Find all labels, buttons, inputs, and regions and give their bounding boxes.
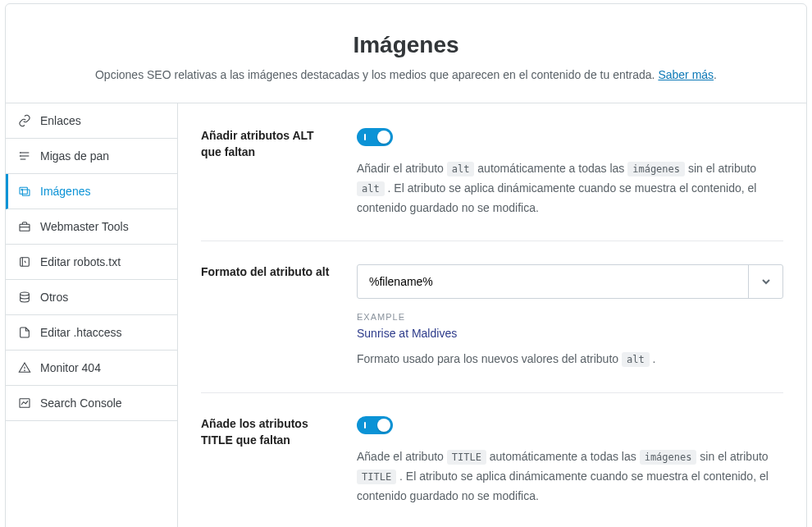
svg-point-1	[20, 156, 21, 157]
panel-header: Imágenes Opciones SEO relativas a las im…	[6, 4, 806, 103]
image-icon	[17, 184, 32, 199]
alt-toggle-switch[interactable]	[357, 128, 393, 146]
svg-rect-5	[20, 224, 30, 231]
warning-icon	[17, 360, 32, 375]
svg-point-4	[21, 189, 22, 190]
sidebar-item-webmaster[interactable]: Webmaster Tools	[6, 209, 177, 245]
sidebar-item-migas[interactable]: Migas de pan	[6, 139, 177, 174]
breadcrumb-icon	[17, 149, 32, 163]
sidebar-item-otros[interactable]: Otros	[6, 280, 177, 315]
alt-format-select[interactable]	[357, 264, 783, 299]
sidebar-item-label: Migas de pan	[40, 149, 109, 163]
sidebar-item-search[interactable]: Search Console	[6, 386, 177, 421]
inline-code: alt	[622, 352, 650, 367]
sidebar-item-label: Otros	[40, 291, 68, 304]
sidebar-item-label: Imágenes	[40, 185, 90, 198]
inline-code: imágenes	[627, 162, 685, 176]
sidebar-item-monitor[interactable]: Monitor 404	[6, 351, 177, 386]
example-label: EXAMPLE	[357, 312, 783, 322]
learn-more-link[interactable]: Saber más	[658, 68, 714, 81]
inline-code: TITLE	[447, 450, 486, 465]
chevron-down-icon[interactable]	[748, 265, 782, 298]
inline-code: alt	[357, 181, 385, 196]
alt-format-input[interactable]	[358, 265, 748, 298]
field-label: Formato del atributo alt	[201, 264, 332, 369]
sidebar-item-label: Monitor 404	[40, 361, 101, 374]
inline-code: TITLE	[357, 470, 396, 484]
sidebar-item-htaccess[interactable]: Editar .htaccess	[6, 315, 177, 351]
title-toggle-description: Añade el atributo TITLE automáticamente …	[357, 447, 783, 506]
sidebar-item-label: Search Console	[40, 396, 122, 410]
toolbox-icon	[17, 219, 32, 234]
robots-icon	[17, 254, 32, 269]
field-alt-toggle: Añadir atributos ALT que faltan Añadir e…	[201, 128, 783, 241]
field-alt-format: Formato del atributo alt EXAMPLE Sunrise…	[201, 241, 783, 392]
settings-panel: Imágenes Opciones SEO relativas a las im…	[5, 3, 807, 527]
stack-icon	[17, 290, 32, 305]
alt-toggle-description: Añadir el atributo alt automáticamente a…	[357, 159, 783, 218]
svg-point-0	[20, 153, 21, 154]
sidebar-nav: EnlacesMigas de panImágenesWebmaster Too…	[6, 103, 178, 527]
example-value: Sunrise at Maldives	[357, 327, 783, 340]
page-subtitle: Opciones SEO relativas a las imágenes de…	[30, 68, 782, 81]
inline-code: alt	[447, 162, 475, 176]
inline-code: imágenes	[640, 450, 697, 465]
sidebar-item-robots[interactable]: Editar robots.txt	[6, 245, 177, 280]
sidebar-item-label: Editar robots.txt	[40, 255, 121, 268]
svg-rect-2	[20, 187, 27, 194]
chart-icon	[17, 396, 32, 410]
svg-rect-3	[22, 190, 30, 195]
sidebar-item-label: Editar .htaccess	[40, 326, 122, 339]
svg-point-7	[21, 292, 30, 296]
field-title-toggle: Añade los atributos TITLE que faltan Aña…	[201, 392, 783, 527]
sidebar-item-label: Webmaster Tools	[40, 220, 129, 233]
sidebar-item-label: Enlaces	[40, 114, 81, 127]
file-icon	[17, 325, 32, 340]
sidebar-item-imagenes[interactable]: Imágenes	[6, 174, 177, 209]
sidebar-item-enlaces[interactable]: Enlaces	[6, 103, 177, 139]
field-label: Añade los atributos TITLE que faltan	[201, 416, 332, 506]
svg-point-8	[25, 370, 25, 371]
alt-format-description: Formato usado para los nuevos valores de…	[357, 350, 783, 369]
page-title: Imágenes	[30, 32, 782, 58]
field-label: Añadir atributos ALT que faltan	[201, 128, 332, 218]
title-toggle-switch[interactable]	[357, 416, 393, 434]
link-icon	[17, 113, 32, 128]
content-area: Añadir atributos ALT que faltan Añadir e…	[178, 103, 806, 527]
svg-rect-6	[21, 258, 30, 267]
